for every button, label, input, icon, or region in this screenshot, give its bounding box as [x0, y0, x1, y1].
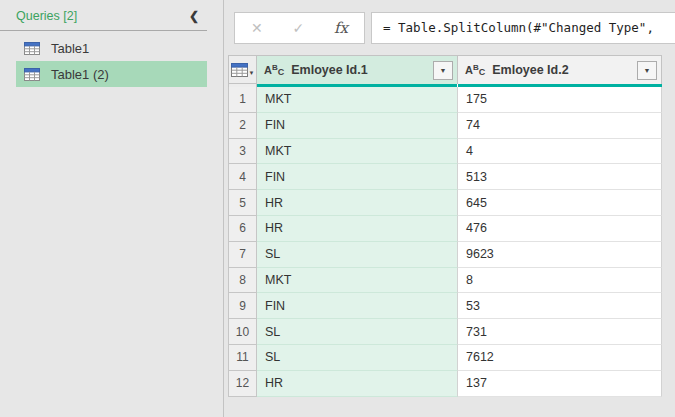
- data-cell[interactable]: 645: [458, 190, 662, 216]
- query-list-item[interactable]: Table1 (2): [16, 61, 207, 87]
- row-number-cell[interactable]: 8: [228, 268, 257, 294]
- row-number-cell[interactable]: 7: [228, 242, 257, 268]
- data-cell[interactable]: 476: [458, 216, 662, 242]
- row-number-cell[interactable]: 11: [228, 345, 257, 371]
- table-row: 11 SL 7612: [228, 345, 662, 371]
- table-row: 5 HR 645: [228, 190, 662, 216]
- data-cell[interactable]: 137: [458, 371, 662, 397]
- row-number-cell[interactable]: 5: [228, 190, 257, 216]
- data-cell[interactable]: SL: [257, 345, 458, 371]
- data-cell[interactable]: 513: [458, 164, 662, 190]
- collapse-pane-icon[interactable]: ❮: [189, 9, 199, 23]
- queries-sidebar: Queries [2] ❮ Table1 Table1 (2): [0, 0, 224, 417]
- table-row: 12 HR 137: [228, 371, 662, 397]
- table-icon: [231, 63, 248, 77]
- data-cell[interactable]: SL: [257, 242, 458, 268]
- table-row: 8 MKT 8: [228, 268, 662, 294]
- table-row: 3 MKT 4: [228, 139, 662, 165]
- data-cell[interactable]: 9623: [458, 242, 662, 268]
- data-grid: ▼ ABC Emloyee Id.1 ▼ ABC Emloyee Id.2 ▼ …: [228, 55, 662, 397]
- cancel-formula-icon[interactable]: ✕: [251, 20, 263, 36]
- formula-input[interactable]: = Table.SplitColumn(#"Changed Type",: [371, 12, 675, 44]
- table-row: 4 FIN 513: [228, 164, 662, 190]
- table-row: 2 FIN 74: [228, 113, 662, 139]
- table-row: 9 FIN 53: [228, 293, 662, 319]
- data-cell[interactable]: MKT: [257, 87, 458, 113]
- column-header-emloyee-id-1[interactable]: ABC Emloyee Id.1 ▼: [257, 55, 458, 84]
- table-row: 6 HR 476: [228, 216, 662, 242]
- row-number-cell[interactable]: 1: [228, 87, 257, 113]
- row-number-cell[interactable]: 9: [228, 293, 257, 319]
- column-header-emloyee-id-2[interactable]: ABC Emloyee Id.2 ▼: [458, 55, 662, 84]
- data-cell[interactable]: SL: [257, 319, 458, 345]
- formula-text: = Table.SplitColumn(#"Changed Type",: [383, 20, 654, 35]
- data-cell[interactable]: HR: [257, 190, 458, 216]
- column-filter-dropdown[interactable]: ▼: [637, 61, 657, 80]
- row-number-cell[interactable]: 10: [228, 319, 257, 345]
- table-row: 1 MKT 175: [228, 87, 662, 113]
- row-number-cell[interactable]: 12: [228, 371, 257, 397]
- data-cell[interactable]: FIN: [257, 293, 458, 319]
- query-list-item[interactable]: Table1: [16, 35, 207, 61]
- row-number-cell[interactable]: 6: [228, 216, 257, 242]
- query-name: Table1: [51, 41, 89, 56]
- row-number-cell[interactable]: 4: [228, 164, 257, 190]
- column-name: Emloyee Id.1: [291, 63, 426, 77]
- column-name: Emloyee Id.2: [492, 63, 630, 77]
- data-cell[interactable]: 731: [458, 319, 662, 345]
- fx-add-step-icon[interactable]: fx: [334, 19, 348, 37]
- table-row: 7 SL 9623: [228, 242, 662, 268]
- table-icon: [24, 42, 40, 55]
- query-name: Table1 (2): [51, 67, 109, 82]
- chevron-down-icon: ▼: [249, 70, 255, 76]
- row-number-cell[interactable]: 2: [228, 113, 257, 139]
- data-cell[interactable]: 53: [458, 293, 662, 319]
- data-cell[interactable]: MKT: [257, 139, 458, 165]
- data-cell[interactable]: FIN: [257, 113, 458, 139]
- data-cell[interactable]: 175: [458, 87, 662, 113]
- table-icon: [24, 68, 40, 81]
- queries-list: Table1 Table1 (2): [0, 35, 223, 87]
- chevron-down-icon: ▼: [440, 67, 447, 74]
- data-cell[interactable]: 4: [458, 139, 662, 165]
- data-cell[interactable]: HR: [257, 216, 458, 242]
- column-filter-dropdown[interactable]: ▼: [433, 61, 453, 80]
- data-cell[interactable]: 74: [458, 113, 662, 139]
- data-cell[interactable]: MKT: [257, 268, 458, 294]
- accept-formula-icon[interactable]: ✓: [292, 20, 304, 36]
- data-cell[interactable]: HR: [257, 371, 458, 397]
- grid-rows: 1 MKT 175 2 FIN 74 3 MKT 4 4 FIN 513 5 H…: [228, 87, 662, 397]
- table-row: 10 SL 731: [228, 319, 662, 345]
- formula-toolbar: ✕ ✓ fx: [234, 12, 365, 44]
- data-cell[interactable]: 8: [458, 268, 662, 294]
- row-number-cell[interactable]: 3: [228, 139, 257, 165]
- data-cell[interactable]: 7612: [458, 345, 662, 371]
- table-menu-button[interactable]: ▼: [228, 55, 257, 84]
- queries-panel-header: Queries [2] ❮: [0, 0, 207, 31]
- text-type-icon: ABC: [264, 65, 284, 76]
- text-type-icon: ABC: [465, 65, 485, 76]
- data-cell[interactable]: FIN: [257, 164, 458, 190]
- queries-panel-title: Queries [2]: [16, 9, 77, 23]
- grid-header-row: ▼ ABC Emloyee Id.1 ▼ ABC Emloyee Id.2 ▼: [228, 55, 662, 84]
- chevron-down-icon: ▼: [644, 67, 651, 74]
